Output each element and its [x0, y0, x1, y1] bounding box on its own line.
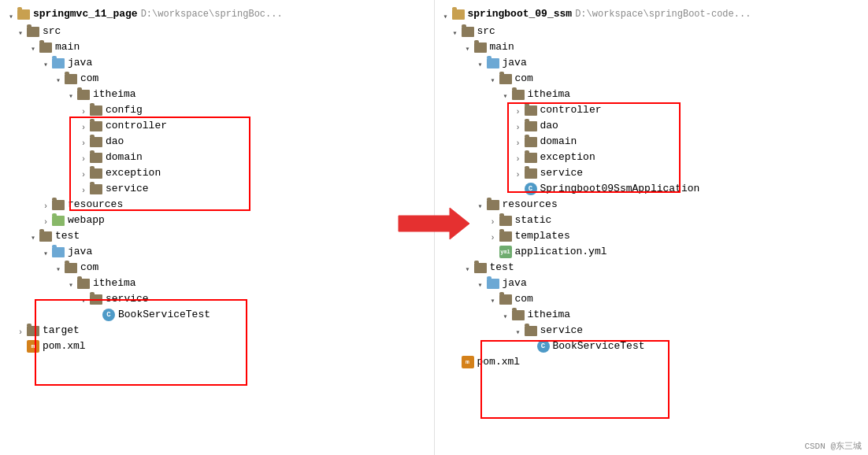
folder-icon [525, 105, 537, 116]
left-test-java[interactable]: java [3, 244, 431, 260]
left-webapp[interactable]: webapp [3, 213, 431, 228]
left-project-folder-icon [17, 9, 30, 20]
right-resources[interactable]: resources [438, 197, 866, 213]
left-project-path: D:\workspace\springBoc... [141, 7, 283, 21]
folder-icon [39, 43, 52, 53]
left-exception[interactable]: exception [3, 165, 431, 181]
right-springapp[interactable]: C Springboot09SsmApplication [438, 181, 866, 197]
right-domain[interactable]: domain [438, 134, 866, 150]
folder-icon [27, 27, 39, 37]
right-exception[interactable]: exception [438, 150, 866, 165]
right-test-java[interactable]: java [438, 276, 866, 291]
left-controller[interactable]: controller [3, 118, 431, 134]
right-pom[interactable]: m pom.xml [438, 354, 866, 370]
ci [79, 153, 88, 162]
right-main[interactable]: main [438, 39, 866, 55]
left-main[interactable]: main [3, 39, 431, 55]
left-test-itheima[interactable]: itheima [3, 276, 431, 291]
folder-icon [512, 90, 525, 100]
left-project-title[interactable]: springmvc_11_page D:\workspace\springBoc… [3, 6, 431, 24]
right-appyml[interactable]: yml application.yml [438, 244, 866, 260]
right-src[interactable]: src [438, 24, 866, 39]
right-arrow-svg [395, 204, 473, 243]
folder-icon [90, 121, 102, 131]
folder-icon [474, 263, 487, 273]
right-project-chevron[interactable] [441, 10, 451, 20]
right-project-title[interactable]: springboot_09_ssm D:\workspace\springBoo… [438, 6, 866, 24]
right-itheima[interactable]: itheima [438, 87, 866, 102]
left-resources[interactable]: resources [3, 197, 431, 213]
folder-icon [499, 216, 512, 226]
left-bookservicetest[interactable]: C BookServiceTest [3, 307, 431, 323]
left-test-com[interactable]: com [3, 260, 431, 276]
left-test[interactable]: test [3, 228, 431, 244]
left-test-service[interactable]: service [3, 291, 431, 307]
folder-icon [77, 279, 90, 289]
xml-file-icon: m [27, 340, 39, 353]
left-itheima[interactable]: itheima [3, 87, 431, 102]
java-file-icon: C [525, 183, 537, 195]
left-config[interactable]: config [3, 102, 431, 118]
ci [79, 294, 88, 304]
left-project-name: springmvc_11_page [33, 7, 138, 21]
ci [79, 137, 88, 146]
left-java[interactable]: java [3, 55, 431, 71]
folder-icon [90, 137, 102, 147]
left-target[interactable]: target [3, 323, 431, 338]
right-test-service[interactable]: service [438, 323, 866, 338]
left-src[interactable]: src [3, 24, 431, 39]
ci [28, 43, 38, 52]
ci [16, 27, 25, 36]
folder-icon [474, 43, 487, 53]
right-test-com[interactable]: com [438, 291, 866, 307]
ci [28, 231, 38, 241]
ci [66, 279, 76, 288]
right-test-itheima[interactable]: itheima [438, 307, 866, 323]
folder-icon [499, 231, 512, 242]
right-static[interactable]: static [438, 213, 866, 228]
folder-icon [90, 105, 102, 116]
java-file-icon: C [537, 340, 550, 353]
watermark: CSDN @东三城 [804, 440, 862, 452]
right-test[interactable]: test [438, 260, 866, 276]
right-controller[interactable]: controller [438, 102, 866, 118]
folder-icon [52, 58, 65, 68]
folder-icon [90, 184, 102, 194]
right-service[interactable]: service [438, 165, 866, 181]
folder-icon [65, 263, 77, 273]
right-java[interactable]: java [438, 55, 866, 71]
ci [79, 105, 88, 115]
folder-icon [462, 27, 474, 37]
right-bookservicetest[interactable]: C BookServiceTest [438, 338, 866, 354]
java-file-icon: C [102, 309, 115, 321]
folder-icon [525, 153, 537, 163]
left-dao[interactable]: dao [3, 134, 431, 150]
folder-icon [90, 294, 102, 305]
left-service[interactable]: service [3, 181, 431, 197]
ci [54, 74, 63, 83]
right-project-path: D:\workspace\springBoot-code... [575, 7, 751, 21]
right-project-folder-icon [452, 9, 465, 20]
ci [41, 247, 50, 257]
arrow-container [395, 204, 473, 243]
left-pom[interactable]: m pom.xml [3, 338, 431, 354]
folder-icon [487, 200, 499, 210]
folder-icon [499, 294, 512, 305]
ci [16, 326, 25, 335]
ci [41, 58, 50, 68]
folder-icon [27, 326, 39, 336]
left-project-chevron[interactable] [6, 10, 16, 20]
ci [41, 200, 50, 209]
ci [79, 184, 88, 194]
right-com[interactable]: com [438, 71, 866, 87]
folder-icon [487, 279, 499, 289]
folder-icon [525, 168, 537, 179]
right-templates[interactable]: templates [438, 228, 866, 244]
folder-icon [525, 326, 537, 336]
svg-marker-0 [399, 208, 469, 239]
right-dao[interactable]: dao [438, 118, 866, 134]
left-com[interactable]: com [3, 71, 431, 87]
folder-icon [65, 74, 77, 84]
folder-icon [525, 137, 537, 147]
left-domain[interactable]: domain [3, 150, 431, 165]
